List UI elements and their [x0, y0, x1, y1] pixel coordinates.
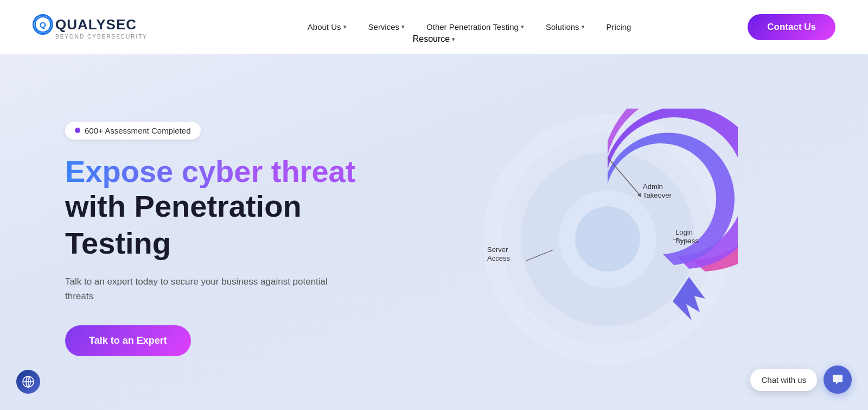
chevron-down-icon: ▾: [521, 23, 524, 30]
nav-resource[interactable]: Resource ▾: [413, 34, 455, 44]
nav-links: About Us ▾ Services ▾ Other Penetration …: [299, 18, 640, 36]
svg-text:Admin: Admin: [643, 182, 663, 191]
svg-text:Takeover: Takeover: [643, 191, 672, 199]
chat-bubble: Chat with us: [750, 369, 817, 391]
assessment-badge: 600+ Assessment Completed: [65, 122, 201, 140]
logo[interactable]: Q QUALYSEC BEYOND CYBERSECURITY: [33, 14, 148, 40]
hero-title-dark: with Penetration Testing: [65, 188, 391, 261]
cta-button[interactable]: Talk to an Expert: [65, 325, 191, 356]
hero-content: 600+ Assessment Completed Expose cyber t…: [65, 122, 391, 356]
hero-section: 600+ Assessment Completed Expose cyber t…: [0, 54, 868, 410]
nav-item-solutions[interactable]: Solutions ▾: [537, 18, 593, 36]
logo-icon: Q: [33, 14, 53, 35]
logo-tagline: BEYOND CYBERSECURITY: [55, 34, 148, 40]
logo-area: Q QUALYSEC BEYOND CYBERSECURITY: [33, 14, 148, 40]
svg-text:Server: Server: [487, 245, 508, 254]
svg-point-6: [575, 206, 640, 272]
globe-icon[interactable]: [16, 370, 40, 394]
chat-widget: Chat with us: [750, 365, 852, 394]
badge-dot: [75, 128, 80, 133]
radar-diagram: Admin Takeover Login Bypass Server Acces…: [477, 109, 738, 369]
svg-text:Login: Login: [675, 228, 693, 236]
svg-text:Access: Access: [487, 254, 510, 262]
chevron-down-icon: ▾: [452, 36, 455, 43]
hero-subtitle: Talk to an expert today to secure your b…: [65, 274, 347, 304]
hero-title-colored: Expose cyber threat: [65, 155, 391, 188]
nav-item-about[interactable]: About Us ▾: [299, 18, 355, 36]
nav-item-pentest[interactable]: Other Penetration Testing ▾: [418, 18, 533, 36]
svg-text:Q: Q: [40, 20, 46, 29]
chevron-down-icon: ▾: [582, 23, 585, 30]
radar-svg: Admin Takeover Login Bypass Server Acces…: [477, 109, 738, 369]
hero-visual: Admin Takeover Login Bypass Server Acces…: [391, 87, 825, 391]
nav-item-pricing[interactable]: Pricing: [598, 18, 640, 36]
logo-text: QUALYSEC: [55, 16, 137, 33]
contact-button[interactable]: Contact Us: [748, 14, 835, 40]
chevron-down-icon: ▾: [343, 23, 347, 30]
svg-text:Bypass: Bypass: [675, 237, 699, 245]
navbar: Q QUALYSEC BEYOND CYBERSECURITY About Us…: [0, 0, 868, 54]
chat-button[interactable]: [824, 365, 852, 394]
chevron-down-icon: ▾: [401, 23, 405, 30]
nav-item-services[interactable]: Services ▾: [360, 18, 414, 36]
